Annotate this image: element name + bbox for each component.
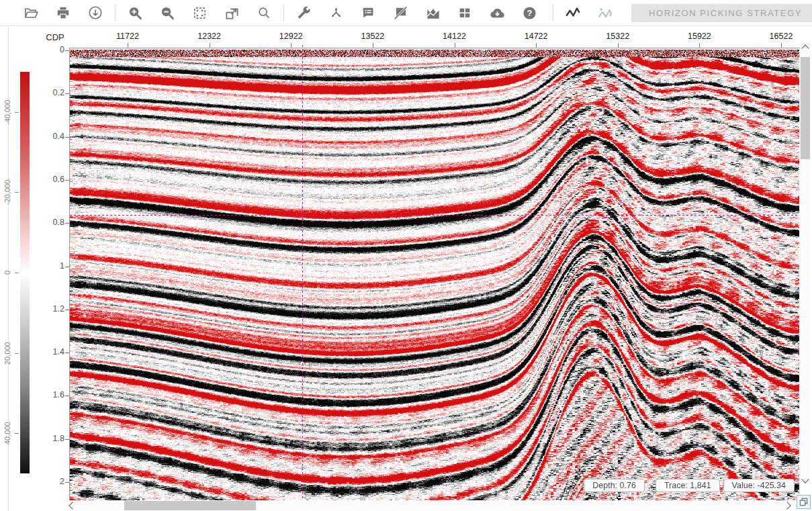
cdp-tick-mark — [210, 43, 210, 48]
auto-horizon-sparkle-icon[interactable] — [596, 4, 614, 21]
zoom-in-icon[interactable] — [126, 4, 144, 21]
chevron-right-icon — [783, 502, 791, 509]
cdp-tick-label: 13522 — [346, 32, 400, 41]
colorbar-tick-mark — [15, 192, 19, 193]
fit-view-icon[interactable] — [191, 4, 208, 21]
depth-tick-label: 0.6 — [39, 175, 64, 184]
chevron-down-icon — [801, 475, 809, 483]
vertical-scrollbar[interactable] — [800, 42, 811, 485]
cdp-tick-mark — [699, 43, 700, 48]
detach-view-button[interactable] — [797, 495, 811, 509]
cdp-tick-mark — [455, 43, 455, 48]
chevron-up-icon — [801, 44, 809, 52]
depth-readout: Depth: 0.76 — [584, 479, 645, 492]
depth-tick-label: 1.4 — [39, 347, 64, 357]
toolbar: ? HORIZON PICKING STRATEGY — [0, 0, 812, 26]
depth-tick-label: 1.8 — [39, 434, 64, 443]
depth-tick-label: 1.6 — [39, 390, 64, 400]
search-icon[interactable] — [255, 4, 273, 21]
line-chart-icon[interactable] — [424, 4, 441, 21]
help-icon[interactable]: ? — [521, 4, 538, 21]
cursor-status-row: Depth: 0.76 Trace: 1,841 Value: -425.34 — [584, 479, 795, 492]
chevron-left-icon — [69, 502, 76, 509]
cdp-tick-label: 11722 — [101, 32, 154, 41]
seismic-plot-area[interactable] — [70, 48, 799, 500]
scroll-left-button[interactable] — [66, 500, 77, 511]
cdp-tick-label: 16522 — [754, 32, 808, 41]
pop-out-icon[interactable] — [223, 4, 240, 21]
depth-tick-label: 0.2 — [39, 88, 64, 97]
scroll-right-button[interactable] — [782, 500, 793, 511]
cdp-tick-mark — [781, 43, 782, 48]
vertical-scrollbar-thumb[interactable] — [801, 57, 810, 159]
value-readout: Value: -425.34 — [723, 479, 795, 492]
grid-table-icon[interactable] — [456, 4, 473, 21]
depth-tick-label: 2 — [39, 477, 64, 486]
axes-directions-icon[interactable] — [327, 4, 345, 21]
cdp-axis-title: CDP — [42, 32, 69, 42]
horizon-picking-strategy-button[interactable]: HORIZON PICKING STRATEGY — [631, 4, 812, 22]
colorbar-tick-label: -20,000 — [2, 160, 12, 224]
seismic-section-canvas[interactable] — [70, 48, 799, 500]
colorbar-tick-mark — [15, 273, 19, 273]
download-circle-icon[interactable] — [87, 4, 104, 21]
toolbar-separator — [553, 4, 553, 21]
depth-tick-label: 1 — [39, 261, 64, 271]
cdp-tick-mark — [618, 43, 619, 48]
colorbar-tick-label: 0 — [2, 240, 12, 305]
cdp-tick-label: 12322 — [183, 32, 236, 41]
toolbar-separator — [115, 4, 116, 21]
cdp-tick-mark — [291, 43, 291, 48]
colorbar-tick-label: 40,000 — [2, 401, 12, 465]
colorbar-tick-mark — [15, 353, 19, 354]
horizontal-scrollbar[interactable] — [64, 500, 793, 511]
toolbar-separator — [283, 4, 284, 21]
colorbar-tick-mark — [15, 433, 19, 434]
cdp-tick-label: 14722 — [509, 32, 563, 41]
horizon-line-icon[interactable] — [564, 4, 582, 21]
cdp-tick-mark — [128, 43, 128, 48]
zoom-out-icon[interactable] — [159, 4, 176, 21]
depth-tick-label: 0 — [39, 45, 64, 54]
cdp-tick-mark — [373, 43, 373, 48]
annotations-icon[interactable] — [359, 4, 377, 21]
svg-text:?: ? — [527, 7, 532, 17]
depth-tick-label: 1.2 — [39, 304, 64, 314]
annotations-off-icon[interactable] — [392, 4, 409, 21]
colorbar-tick-label: 20,000 — [2, 321, 12, 385]
crosshair-vertical-line — [302, 45, 303, 500]
crosshair-horizontal-line — [70, 215, 799, 216]
trace-readout: Trace: 1,841 — [656, 479, 720, 492]
print-icon[interactable] — [54, 4, 72, 21]
restore-window-icon — [799, 498, 808, 506]
cdp-tick-label: 12922 — [264, 32, 318, 41]
colorbar-tick-label: -40,000 — [2, 80, 12, 144]
open-file-icon[interactable] — [22, 4, 40, 21]
depth-tick-label: 0.4 — [39, 132, 64, 141]
settings-wrench-icon[interactable] — [295, 4, 312, 21]
scroll-up-button[interactable] — [800, 42, 811, 52]
cdp-tick-mark — [536, 43, 537, 48]
cdp-tick-label: 15322 — [591, 32, 645, 41]
scroll-down-button[interactable] — [800, 475, 811, 485]
amplitude-colorbar — [20, 72, 30, 473]
cloud-download-icon[interactable] — [488, 4, 506, 21]
cdp-tick-label: 14122 — [428, 32, 482, 41]
horizontal-scrollbar-thumb[interactable] — [124, 501, 256, 510]
depth-tick-label: 0.8 — [39, 218, 64, 227]
cdp-tick-label: 15922 — [672, 32, 726, 41]
colorbar-tick-mark — [15, 112, 19, 113]
